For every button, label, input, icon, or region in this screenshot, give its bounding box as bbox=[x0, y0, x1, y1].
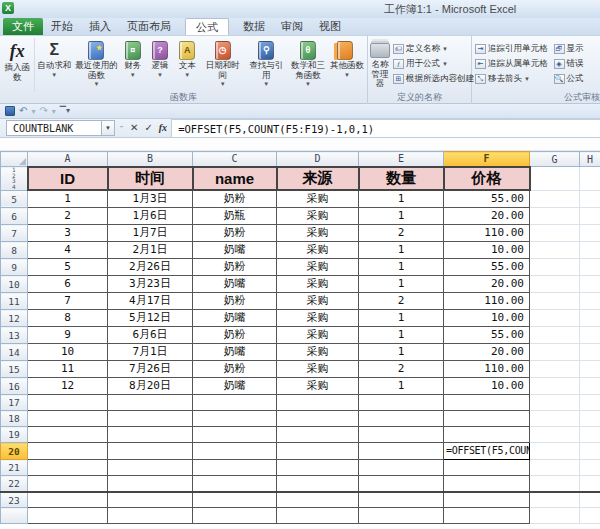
cell-empty[interactable] bbox=[108, 427, 193, 443]
row-header-15[interactable]: 15 bbox=[1, 361, 28, 378]
cell-empty[interactable] bbox=[359, 492, 444, 508]
row-header-8[interactable]: 8 bbox=[1, 242, 28, 259]
cell[interactable]: 7月26日 bbox=[108, 361, 193, 378]
row-header-11[interactable]: 11 bbox=[1, 293, 28, 310]
cell-empty[interactable] bbox=[277, 395, 359, 411]
cell[interactable]: 4月17日 bbox=[108, 293, 193, 310]
cell-empty[interactable] bbox=[530, 208, 580, 225]
cell-empty[interactable] bbox=[530, 443, 580, 460]
cell-empty[interactable] bbox=[580, 208, 600, 225]
cell-empty[interactable] bbox=[580, 190, 600, 208]
cell-empty[interactable] bbox=[193, 492, 277, 508]
date-time-button[interactable]: ◷ 日期和时间 ▼ bbox=[201, 38, 245, 92]
cell-empty[interactable] bbox=[28, 427, 108, 443]
cell-empty[interactable] bbox=[580, 378, 600, 395]
insert-function-button[interactable]: fx 插入函数 bbox=[1, 38, 34, 92]
create-from-selection-button[interactable]: ⊞ 根据所选内容创建 bbox=[391, 71, 474, 86]
financial-button[interactable]: ¤ 财务 ▼ bbox=[119, 38, 146, 92]
cell[interactable]: 奶粉 bbox=[193, 293, 277, 310]
customize-qat-icon[interactable]: ▔▾ bbox=[60, 105, 70, 117]
cell[interactable]: 5月12日 bbox=[108, 310, 193, 327]
cell-empty[interactable] bbox=[444, 427, 530, 443]
cell-empty[interactable] bbox=[277, 492, 359, 508]
cell-empty[interactable] bbox=[530, 427, 580, 443]
cell-empty[interactable] bbox=[193, 443, 277, 460]
cell[interactable]: 12 bbox=[28, 378, 108, 395]
cell-empty[interactable] bbox=[530, 508, 580, 524]
cell-empty[interactable] bbox=[444, 476, 530, 492]
cell-empty[interactable] bbox=[444, 411, 530, 427]
column-header-g[interactable]: G bbox=[530, 152, 580, 167]
cell[interactable]: 1 bbox=[359, 310, 444, 327]
cell[interactable]: 4 bbox=[28, 242, 108, 259]
tab-view[interactable]: 视图 bbox=[311, 18, 349, 35]
use-in-formula-button[interactable]: f 用于公式 ▼ bbox=[391, 56, 474, 71]
tab-insert[interactable]: 插入 bbox=[81, 18, 119, 35]
tab-home[interactable]: 开始 bbox=[43, 18, 81, 35]
cell-empty[interactable] bbox=[530, 361, 580, 378]
name-box-dropdown-icon[interactable]: ▼ bbox=[102, 120, 115, 136]
cell-empty[interactable] bbox=[277, 427, 359, 443]
cell-empty[interactable] bbox=[359, 427, 444, 443]
recent-functions-button[interactable]: ★ 最近使用的函数 ▼ bbox=[74, 38, 119, 92]
cell[interactable]: 1 bbox=[359, 327, 444, 344]
row-headers-1-4[interactable]: 12 34 bbox=[1, 167, 28, 191]
tab-file[interactable]: 文件 bbox=[3, 18, 43, 35]
row-header-20-active[interactable]: 20 bbox=[1, 443, 28, 460]
cell-empty[interactable] bbox=[277, 476, 359, 492]
text-button[interactable]: A 文本 ▼ bbox=[174, 38, 201, 92]
cell[interactable]: 采购 bbox=[277, 327, 359, 344]
cell[interactable]: 奶嘴 bbox=[193, 310, 277, 327]
cell-empty[interactable] bbox=[359, 508, 444, 524]
table-header-name[interactable]: name bbox=[193, 167, 277, 191]
cell-empty[interactable] bbox=[530, 411, 580, 427]
cell-empty[interactable] bbox=[193, 460, 277, 476]
cell[interactable]: 采购 bbox=[277, 378, 359, 395]
chevron-down-icon[interactable]: ▾ bbox=[52, 107, 56, 116]
cell[interactable]: 2月26日 bbox=[108, 259, 193, 276]
cell-empty[interactable] bbox=[580, 327, 600, 344]
cell-empty[interactable] bbox=[277, 460, 359, 476]
row-header-21[interactable]: 21 bbox=[1, 460, 28, 476]
table-header-id[interactable]: ID bbox=[28, 167, 108, 191]
cell-empty[interactable] bbox=[530, 395, 580, 411]
save-icon[interactable] bbox=[5, 106, 15, 116]
table-header-source[interactable]: 来源 bbox=[277, 167, 359, 191]
cell-empty[interactable] bbox=[28, 492, 108, 508]
row-header-23[interactable]: 23 bbox=[1, 492, 28, 508]
cell[interactable]: 2 bbox=[359, 225, 444, 242]
cell[interactable]: 55.00 bbox=[444, 259, 530, 276]
row-header-19[interactable]: 19 bbox=[1, 427, 28, 443]
formula-input[interactable]: =OFFSET(F5,COUNT(F5:F19)-1,0,1) bbox=[172, 119, 600, 137]
row-header-16[interactable]: 16 bbox=[1, 378, 28, 395]
cell[interactable]: 5 bbox=[28, 259, 108, 276]
cell-empty[interactable] bbox=[530, 276, 580, 293]
column-header-c[interactable]: C bbox=[193, 152, 277, 167]
cell[interactable]: 奶粉 bbox=[193, 361, 277, 378]
row-header-7[interactable]: 7 bbox=[1, 225, 28, 242]
cell[interactable]: 1 bbox=[359, 259, 444, 276]
cell-empty[interactable] bbox=[530, 242, 580, 259]
cell-empty[interactable] bbox=[530, 190, 580, 208]
cell[interactable]: 采购 bbox=[277, 259, 359, 276]
cell[interactable]: 1 bbox=[359, 208, 444, 225]
cell[interactable]: 2 bbox=[28, 208, 108, 225]
row-header-17[interactable]: 17 bbox=[1, 395, 28, 411]
cell-empty[interactable] bbox=[359, 395, 444, 411]
cell-empty[interactable] bbox=[580, 361, 600, 378]
cell[interactable]: 7 bbox=[28, 293, 108, 310]
cell-empty[interactable] bbox=[28, 508, 108, 524]
cell-empty[interactable] bbox=[580, 427, 600, 443]
cell[interactable]: 采购 bbox=[277, 242, 359, 259]
cell[interactable]: 采购 bbox=[277, 293, 359, 310]
column-header-f-active[interactable]: F bbox=[444, 152, 530, 167]
row-header-14[interactable]: 14 bbox=[1, 344, 28, 361]
cell-empty[interactable] bbox=[530, 293, 580, 310]
cell[interactable]: 10 bbox=[28, 344, 108, 361]
table-header-qty[interactable]: 数量 bbox=[359, 167, 444, 191]
cell[interactable]: 奶嘴 bbox=[193, 276, 277, 293]
cell-empty[interactable] bbox=[28, 443, 108, 460]
cell[interactable]: 采购 bbox=[277, 344, 359, 361]
cell-empty[interactable] bbox=[580, 310, 600, 327]
cell[interactable]: 奶嘴 bbox=[193, 378, 277, 395]
